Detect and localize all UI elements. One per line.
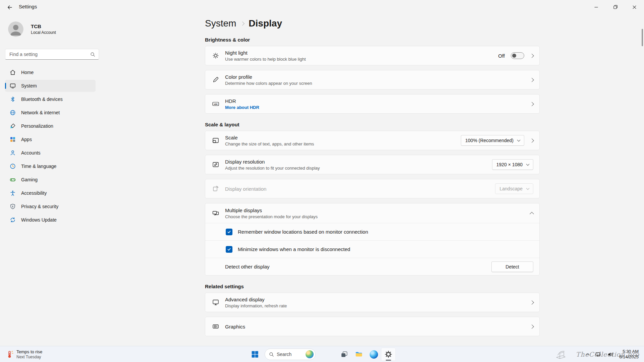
hdr-title: HDR (225, 98, 259, 104)
restore-button[interactable] (606, 0, 625, 14)
scale-dropdown-value: 100% (Recommended) (465, 138, 514, 143)
edge-icon (370, 350, 378, 359)
hdr-card[interactable]: HDR HDR More about HDR (205, 94, 540, 114)
home-icon (9, 69, 16, 76)
chevron-right-icon (530, 300, 534, 305)
network-tray-button[interactable] (593, 350, 603, 359)
multiple-displays-title: Multiple displays (225, 207, 318, 213)
account-profile[interactable]: TCB Local Account (8, 21, 101, 37)
sidebar-item-time-language[interactable]: Time & language (5, 160, 96, 172)
remember-window-locations-checkbox[interactable] (226, 229, 232, 235)
weather-subtext: Next Tuesday (16, 355, 42, 359)
remember-window-locations-row: Remember window locations based on monit… (205, 223, 539, 240)
resolution-dropdown[interactable]: 644 × 362 (492, 159, 533, 170)
gamepad-icon (9, 176, 16, 183)
apps-grid-icon (9, 136, 16, 143)
bluetooth-icon (9, 96, 16, 103)
chevron-down-icon (526, 162, 530, 166)
night-light-title: Night light (225, 50, 306, 56)
color-profile-card[interactable]: Color profile Determine how colors appea… (205, 70, 540, 89)
settings-app-button[interactable] (381, 348, 396, 361)
taskbar: Temps to rise Next Tuesday Search (0, 346, 644, 362)
profile-name: TCB (31, 23, 56, 29)
search-input[interactable] (5, 52, 86, 57)
sidebar-item-network-internet[interactable]: Network & internet (5, 107, 96, 119)
advanced-display-card[interactable]: Advanced display Display information, re… (205, 293, 540, 312)
volume-tray-button[interactable] (605, 350, 616, 359)
task-view-button[interactable] (337, 348, 352, 361)
display-resolution-card[interactable]: Display resolution Adjust the resolution… (205, 155, 540, 174)
color-profile-title: Color profile (225, 74, 312, 80)
display-orientation-card: Display orientation Landscape (205, 179, 540, 198)
scale-icon (212, 137, 219, 144)
file-explorer-button[interactable] (352, 348, 366, 361)
graphics-icon (212, 323, 219, 330)
scale-desc: Change the size of text, apps, and other… (225, 141, 314, 146)
chevron-down-icon (526, 186, 530, 190)
section-related-settings: Related settings (205, 284, 540, 289)
check-icon (227, 247, 231, 251)
back-button[interactable] (3, 1, 17, 14)
avatar (8, 21, 23, 37)
check-icon (227, 230, 231, 234)
minimize-button[interactable] (587, 0, 606, 14)
sidebar-item-personalization[interactable]: Personalization (5, 120, 96, 132)
sidebar-item-apps[interactable]: Apps (5, 133, 96, 145)
orientation-title: Display orientation (225, 186, 266, 192)
sidebar-item-windows-update[interactable]: Windows Update (5, 214, 96, 226)
gear-icon (384, 350, 392, 358)
settings-search[interactable] (5, 49, 99, 60)
scale-dropdown[interactable]: 100% (Recommended) (461, 135, 524, 146)
scale-card[interactable]: Scale Change the size of text, apps, and… (205, 131, 540, 150)
multiple-displays-header[interactable]: Multiple displays Choose the presentatio… (205, 203, 539, 223)
sidebar-item-accessibility[interactable]: Accessibility (5, 187, 96, 199)
scrollbar-thumb[interactable] (642, 29, 643, 46)
orientation-icon (212, 185, 219, 192)
sidebar-item-accounts[interactable]: Accounts (5, 147, 96, 159)
hdr-more-link[interactable]: More about HDR (225, 105, 259, 110)
graphics-card[interactable]: Graphics (205, 317, 540, 336)
minimize-icon (594, 5, 598, 9)
detect-button[interactable]: Detect (491, 261, 533, 272)
chevron-up-icon (530, 212, 534, 216)
display-settings-page: System Display Brightness & color Night … (205, 0, 540, 346)
breadcrumb-system[interactable]: System (205, 18, 236, 29)
system-icon (9, 82, 16, 89)
taskbar-clock[interactable]: 5:30 AM 6/14/2025 (618, 348, 640, 361)
account-person-icon (9, 149, 16, 156)
orientation-dropdown: Landscape (495, 183, 533, 194)
multiple-displays-desc: Choose the presentation mode for your di… (225, 214, 318, 219)
taskbar-search-label: Search (277, 352, 291, 357)
restore-icon (613, 5, 618, 9)
close-button[interactable] (625, 0, 644, 14)
clock-time: 5:30 AM (619, 349, 639, 354)
start-button[interactable] (248, 348, 262, 361)
sidebar-item-system[interactable]: System (5, 80, 96, 92)
scale-title: Scale (225, 135, 314, 140)
taskbar-center: Search (248, 348, 396, 361)
sidebar-item-gaming[interactable]: Gaming (5, 174, 96, 186)
resolution-desc: Adjust the resolution to fit your connec… (225, 166, 320, 171)
advanced-display-desc: Display information, refresh rate (225, 303, 287, 308)
multiple-displays-icon (212, 209, 219, 217)
weather-widget[interactable]: Temps to rise Next Tuesday (2, 347, 46, 362)
resolution-title: Display resolution (225, 159, 320, 165)
close-icon (633, 5, 636, 9)
weather-headline: Temps to rise (16, 349, 42, 354)
sidebar-item-bluetooth-devices[interactable]: Bluetooth & devices (5, 93, 96, 105)
minimize-windows-checkbox[interactable] (226, 246, 232, 253)
minimize-windows-label: Minimize windows when a monitor is disco… (238, 246, 350, 252)
sidebar-item-home[interactable]: Home (5, 66, 96, 78)
file-explorer-icon (355, 350, 363, 358)
orientation-dropdown-value: Landscape (499, 186, 523, 191)
night-light-card[interactable]: Night light Use warmer colors to help bl… (205, 46, 540, 65)
search-icon (269, 352, 274, 357)
resolution-dropdown-value: 644 × 362 (496, 162, 523, 167)
taskbar-search[interactable]: Search (265, 349, 316, 360)
edge-button[interactable] (366, 348, 381, 361)
hidden-icons-button[interactable] (585, 351, 591, 358)
svg-text:HDR: HDR (214, 103, 217, 105)
chevron-right-icon (530, 102, 534, 106)
night-light-toggle[interactable] (511, 52, 524, 59)
sidebar-item-privacy-security[interactable]: Privacy & security (5, 200, 96, 213)
